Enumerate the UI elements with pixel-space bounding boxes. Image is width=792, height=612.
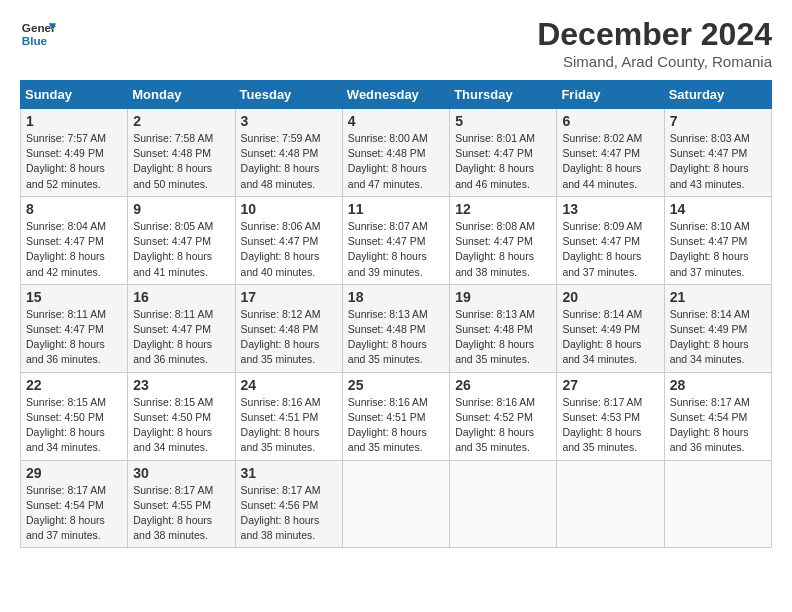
day-detail: Sunrise: 8:03 AMSunset: 4:47 PMDaylight:… [670,131,766,192]
calendar-cell: 25Sunrise: 8:16 AMSunset: 4:51 PMDayligh… [342,372,449,460]
calendar-cell: 22Sunrise: 8:15 AMSunset: 4:50 PMDayligh… [21,372,128,460]
day-number: 5 [455,113,551,129]
calendar-week-row: 29Sunrise: 8:17 AMSunset: 4:54 PMDayligh… [21,460,772,548]
day-number: 14 [670,201,766,217]
calendar-cell: 24Sunrise: 8:16 AMSunset: 4:51 PMDayligh… [235,372,342,460]
day-detail: Sunrise: 8:13 AMSunset: 4:48 PMDaylight:… [348,307,444,368]
day-detail: Sunrise: 8:17 AMSunset: 4:53 PMDaylight:… [562,395,658,456]
calendar-cell: 18Sunrise: 8:13 AMSunset: 4:48 PMDayligh… [342,284,449,372]
title-area: December 2024 Simand, Arad County, Roman… [537,16,772,70]
day-number: 29 [26,465,122,481]
day-number: 30 [133,465,229,481]
day-detail: Sunrise: 8:16 AMSunset: 4:51 PMDaylight:… [241,395,337,456]
day-detail: Sunrise: 7:58 AMSunset: 4:48 PMDaylight:… [133,131,229,192]
calendar-cell: 7Sunrise: 8:03 AMSunset: 4:47 PMDaylight… [664,109,771,197]
calendar-cell: 17Sunrise: 8:12 AMSunset: 4:48 PMDayligh… [235,284,342,372]
day-number: 20 [562,289,658,305]
header: General Blue December 2024 Simand, Arad … [20,16,772,70]
day-number: 28 [670,377,766,393]
day-number: 3 [241,113,337,129]
calendar-week-row: 15Sunrise: 8:11 AMSunset: 4:47 PMDayligh… [21,284,772,372]
calendar-cell: 10Sunrise: 8:06 AMSunset: 4:47 PMDayligh… [235,196,342,284]
calendar-cell: 20Sunrise: 8:14 AMSunset: 4:49 PMDayligh… [557,284,664,372]
header-day-tuesday: Tuesday [235,81,342,109]
day-detail: Sunrise: 7:57 AMSunset: 4:49 PMDaylight:… [26,131,122,192]
calendar-cell: 16Sunrise: 8:11 AMSunset: 4:47 PMDayligh… [128,284,235,372]
day-number: 1 [26,113,122,129]
calendar-cell [450,460,557,548]
calendar-cell: 23Sunrise: 8:15 AMSunset: 4:50 PMDayligh… [128,372,235,460]
day-number: 26 [455,377,551,393]
day-detail: Sunrise: 8:00 AMSunset: 4:48 PMDaylight:… [348,131,444,192]
day-detail: Sunrise: 8:17 AMSunset: 4:55 PMDaylight:… [133,483,229,544]
header-day-thursday: Thursday [450,81,557,109]
day-detail: Sunrise: 8:16 AMSunset: 4:51 PMDaylight:… [348,395,444,456]
calendar-cell: 3Sunrise: 7:59 AMSunset: 4:48 PMDaylight… [235,109,342,197]
location-subtitle: Simand, Arad County, Romania [537,53,772,70]
svg-text:General: General [22,21,56,34]
day-number: 6 [562,113,658,129]
day-detail: Sunrise: 8:17 AMSunset: 4:56 PMDaylight:… [241,483,337,544]
day-number: 25 [348,377,444,393]
calendar-header-row: SundayMondayTuesdayWednesdayThursdayFrid… [21,81,772,109]
day-detail: Sunrise: 8:11 AMSunset: 4:47 PMDaylight:… [133,307,229,368]
calendar-cell [342,460,449,548]
header-day-saturday: Saturday [664,81,771,109]
calendar-cell: 30Sunrise: 8:17 AMSunset: 4:55 PMDayligh… [128,460,235,548]
day-detail: Sunrise: 8:17 AMSunset: 4:54 PMDaylight:… [26,483,122,544]
calendar-cell [664,460,771,548]
header-day-monday: Monday [128,81,235,109]
day-number: 10 [241,201,337,217]
day-detail: Sunrise: 8:15 AMSunset: 4:50 PMDaylight:… [133,395,229,456]
calendar-cell: 27Sunrise: 8:17 AMSunset: 4:53 PMDayligh… [557,372,664,460]
month-title: December 2024 [537,16,772,53]
calendar-cell: 14Sunrise: 8:10 AMSunset: 4:47 PMDayligh… [664,196,771,284]
calendar-cell: 2Sunrise: 7:58 AMSunset: 4:48 PMDaylight… [128,109,235,197]
calendar-week-row: 22Sunrise: 8:15 AMSunset: 4:50 PMDayligh… [21,372,772,460]
day-detail: Sunrise: 8:12 AMSunset: 4:48 PMDaylight:… [241,307,337,368]
day-number: 12 [455,201,551,217]
day-number: 21 [670,289,766,305]
day-detail: Sunrise: 8:15 AMSunset: 4:50 PMDaylight:… [26,395,122,456]
svg-text:Blue: Blue [22,34,48,47]
day-number: 27 [562,377,658,393]
day-number: 24 [241,377,337,393]
day-number: 22 [26,377,122,393]
calendar-cell: 13Sunrise: 8:09 AMSunset: 4:47 PMDayligh… [557,196,664,284]
calendar-cell: 15Sunrise: 8:11 AMSunset: 4:47 PMDayligh… [21,284,128,372]
calendar-cell: 29Sunrise: 8:17 AMSunset: 4:54 PMDayligh… [21,460,128,548]
day-detail: Sunrise: 8:14 AMSunset: 4:49 PMDaylight:… [562,307,658,368]
day-number: 18 [348,289,444,305]
day-detail: Sunrise: 8:09 AMSunset: 4:47 PMDaylight:… [562,219,658,280]
calendar-cell: 9Sunrise: 8:05 AMSunset: 4:47 PMDaylight… [128,196,235,284]
calendar-cell: 8Sunrise: 8:04 AMSunset: 4:47 PMDaylight… [21,196,128,284]
day-detail: Sunrise: 8:16 AMSunset: 4:52 PMDaylight:… [455,395,551,456]
day-number: 23 [133,377,229,393]
day-detail: Sunrise: 8:13 AMSunset: 4:48 PMDaylight:… [455,307,551,368]
calendar-cell: 11Sunrise: 8:07 AMSunset: 4:47 PMDayligh… [342,196,449,284]
calendar-cell: 26Sunrise: 8:16 AMSunset: 4:52 PMDayligh… [450,372,557,460]
calendar-cell: 1Sunrise: 7:57 AMSunset: 4:49 PMDaylight… [21,109,128,197]
calendar-body: 1Sunrise: 7:57 AMSunset: 4:49 PMDaylight… [21,109,772,548]
day-number: 31 [241,465,337,481]
day-number: 13 [562,201,658,217]
day-number: 8 [26,201,122,217]
day-detail: Sunrise: 8:06 AMSunset: 4:47 PMDaylight:… [241,219,337,280]
calendar-cell: 12Sunrise: 8:08 AMSunset: 4:47 PMDayligh… [450,196,557,284]
header-day-friday: Friday [557,81,664,109]
day-detail: Sunrise: 8:05 AMSunset: 4:47 PMDaylight:… [133,219,229,280]
day-number: 4 [348,113,444,129]
calendar-cell: 5Sunrise: 8:01 AMSunset: 4:47 PMDaylight… [450,109,557,197]
calendar-week-row: 1Sunrise: 7:57 AMSunset: 4:49 PMDaylight… [21,109,772,197]
day-detail: Sunrise: 8:04 AMSunset: 4:47 PMDaylight:… [26,219,122,280]
calendar-cell: 28Sunrise: 8:17 AMSunset: 4:54 PMDayligh… [664,372,771,460]
day-number: 17 [241,289,337,305]
day-number: 15 [26,289,122,305]
day-detail: Sunrise: 8:02 AMSunset: 4:47 PMDaylight:… [562,131,658,192]
day-detail: Sunrise: 8:07 AMSunset: 4:47 PMDaylight:… [348,219,444,280]
day-detail: Sunrise: 8:11 AMSunset: 4:47 PMDaylight:… [26,307,122,368]
day-number: 16 [133,289,229,305]
calendar-table: SundayMondayTuesdayWednesdayThursdayFrid… [20,80,772,548]
day-detail: Sunrise: 7:59 AMSunset: 4:48 PMDaylight:… [241,131,337,192]
day-number: 7 [670,113,766,129]
